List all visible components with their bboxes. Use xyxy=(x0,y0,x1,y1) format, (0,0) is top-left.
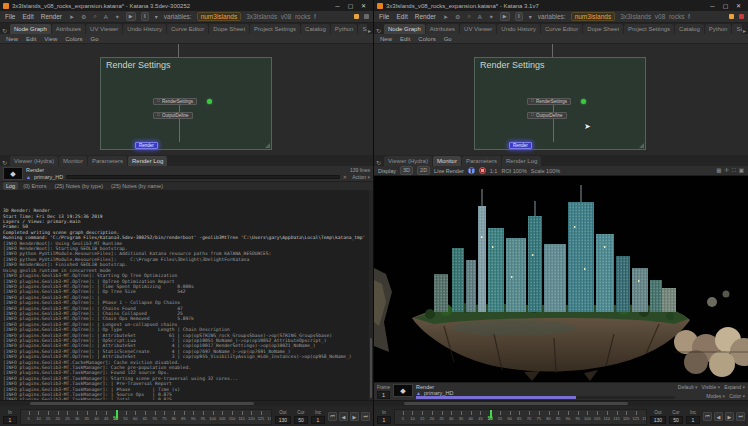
maximize-button[interactable]: ▢ xyxy=(344,1,357,11)
current-frame-field[interactable]: 50 xyxy=(669,416,683,424)
transport-button[interactable]: ⏮ xyxy=(328,412,337,421)
render-settings-backdrop[interactable]: Render Settings RenderSettings OutputDef… xyxy=(100,57,272,150)
main-tab[interactable]: Catalog xyxy=(675,24,704,34)
mode-3d-toggle[interactable]: 3D xyxy=(400,166,413,175)
modes-dropdown[interactable]: Modes xyxy=(706,393,725,399)
menu-file[interactable]: File xyxy=(378,13,390,20)
transport-button[interactable]: ◀ xyxy=(714,412,723,421)
pause-render-button[interactable]: ‖ xyxy=(141,12,149,21)
main-tab[interactable]: Project Settings xyxy=(250,24,300,34)
close-button[interactable]: ✕ xyxy=(357,1,370,11)
main-tab[interactable]: Python xyxy=(705,24,732,34)
visible-dropdown[interactable]: Visible xyxy=(702,384,721,390)
cursor-icon[interactable]: ➤ xyxy=(442,13,449,20)
log-filter[interactable]: (0) Errors xyxy=(20,182,49,190)
bottom-tab[interactable]: Parameters xyxy=(88,156,127,166)
stop-render-icon[interactable] xyxy=(479,167,486,174)
out-field[interactable]: 130 xyxy=(650,416,666,424)
gear-icon[interactable]: ⚙ xyxy=(454,13,461,20)
main-tab[interactable]: Project Settings xyxy=(624,24,674,34)
main-tab[interactable]: Attributes xyxy=(52,24,85,34)
render-log-view[interactable]: 3D Render: RenderStart Time: Fri Dec 13 … xyxy=(0,190,373,400)
main-tab[interactable]: Scene Gr xyxy=(732,24,742,34)
variables-dropdown[interactable]: num3islands xyxy=(571,12,616,21)
bottom-tab[interactable]: Monitor xyxy=(59,156,87,166)
chevron-down-icon[interactable]: ▾ xyxy=(528,13,533,20)
refresh-icon[interactable]: ↻ xyxy=(2,27,7,34)
main-tab[interactable]: Undo History xyxy=(123,24,166,34)
transport-button[interactable]: ⏭ xyxy=(736,412,745,421)
node-outputdefine[interactable]: OutputDefine xyxy=(153,112,193,119)
render-settings-backdrop[interactable]: Render Settings RenderSettings OutputDef… xyxy=(474,57,646,150)
nodegraph-menu-item[interactable]: Colors xyxy=(64,36,83,42)
transport-button[interactable]: ▶ xyxy=(350,412,359,421)
refresh-icon[interactable]: ↻ xyxy=(2,159,7,166)
cursor-icon[interactable]: ➤ xyxy=(68,13,75,20)
timeline-scrollbar[interactable] xyxy=(374,401,748,406)
timeline-scroll-thumb[interactable] xyxy=(404,402,628,405)
gear-icon[interactable]: ⚙ xyxy=(80,13,87,20)
main-tab[interactable]: Node Graph xyxy=(384,24,425,34)
action-dropdown[interactable]: Action xyxy=(352,174,370,180)
in-field[interactable]: 1 xyxy=(3,416,17,424)
log-scrollbar[interactable] xyxy=(369,190,373,400)
frame-field[interactable]: 1 xyxy=(377,391,390,399)
refresh-icon[interactable]: ↻ xyxy=(376,159,381,166)
refresh-icon[interactable]: ↻ xyxy=(376,27,381,34)
tab-overflow-icon[interactable]: ▸ xyxy=(368,27,371,34)
title-bar[interactable]: 3x3Islands_v08_rocks_expansion.katana* -… xyxy=(374,0,748,11)
menu-render[interactable]: Render xyxy=(40,13,63,20)
text-tool-icon[interactable]: A xyxy=(103,14,109,20)
render-thumbnail[interactable]: ◆ xyxy=(3,167,23,180)
default-dropdown[interactable]: Default xyxy=(678,384,698,390)
search-icon[interactable]: ⌕ xyxy=(92,13,97,20)
minimize-button[interactable]: ─ xyxy=(331,1,344,11)
color-dropdown[interactable]: Color xyxy=(729,393,745,399)
variables-dropdown[interactable]: num3islands xyxy=(197,12,242,21)
scale-chip[interactable]: Scale 100% xyxy=(531,168,560,174)
current-frame-field[interactable]: 50 xyxy=(294,416,308,424)
log-scrollbar-thumb[interactable] xyxy=(370,338,372,398)
view-flag-green-dot[interactable] xyxy=(207,99,212,104)
main-tab[interactable]: Undo History xyxy=(497,24,540,34)
grid-icon[interactable]: ▦ xyxy=(716,167,721,174)
nodegraph-menu-item[interactable]: New xyxy=(379,36,393,42)
main-tab[interactable]: Dope Sheet xyxy=(583,24,623,34)
menu-file[interactable]: File xyxy=(4,13,16,20)
transport-button[interactable]: ⏮ xyxy=(703,412,712,421)
title-bar[interactable]: 3x3Islands_v08_rocks_expansion.katana* -… xyxy=(0,0,373,11)
chevron-down-icon[interactable]: ▾ xyxy=(154,13,159,20)
timeline-ruler[interactable]: 5101520253035404550556065707580859095100… xyxy=(394,409,647,425)
node-outputdefine[interactable]: OutputDefine xyxy=(527,112,567,119)
timeline-ruler[interactable]: 5101520253035404550556065707580859095100… xyxy=(20,409,272,425)
camera-icon[interactable]: ▣ xyxy=(739,167,744,174)
main-tab[interactable]: Python xyxy=(331,24,358,34)
timeline-scrollbar[interactable] xyxy=(0,401,373,406)
pause-render-icon[interactable]: ❚❚ xyxy=(468,167,475,174)
nodegraph-menu-item[interactable]: Edit xyxy=(25,36,37,42)
increment-field[interactable]: 1 xyxy=(686,416,700,424)
backdrop-resize-handle[interactable] xyxy=(639,143,644,148)
bottom-tab[interactable]: Render Log xyxy=(502,156,541,166)
tab-overflow-icon[interactable]: ▸ xyxy=(743,27,746,34)
node-render[interactable]: Render xyxy=(509,142,532,149)
main-tab[interactable]: Curve Editor xyxy=(541,24,582,34)
nodegraph-menu-item[interactable]: Edit xyxy=(399,36,411,42)
transport-button[interactable]: ⏭ xyxy=(361,412,370,421)
maximize-button[interactable]: ▢ xyxy=(719,1,732,11)
menu-edit[interactable]: Edit xyxy=(21,13,34,20)
zoom-ratio-chip[interactable]: 1:1 xyxy=(490,168,498,174)
bottom-tab[interactable]: Render Log xyxy=(128,156,167,166)
monitor-viewport[interactable] xyxy=(374,176,748,382)
flag-icon[interactable]: ✦ xyxy=(114,13,121,20)
mode-2d-toggle[interactable]: 2D xyxy=(417,166,430,175)
text-tool-icon[interactable]: A xyxy=(477,14,483,20)
nodegraph-menu-item[interactable]: New xyxy=(5,36,19,42)
bottom-tab[interactable]: Parameters xyxy=(462,156,501,166)
nodegraph-menu-item[interactable]: Colors xyxy=(417,36,436,42)
backdrop-resize-handle[interactable] xyxy=(265,143,270,148)
main-tab[interactable]: Curve Editor xyxy=(167,24,208,34)
node-rendersettings[interactable]: RenderSettings xyxy=(527,98,571,105)
node-render[interactable]: Render xyxy=(135,142,158,149)
roi-chip[interactable]: ROI 100% xyxy=(501,168,526,174)
